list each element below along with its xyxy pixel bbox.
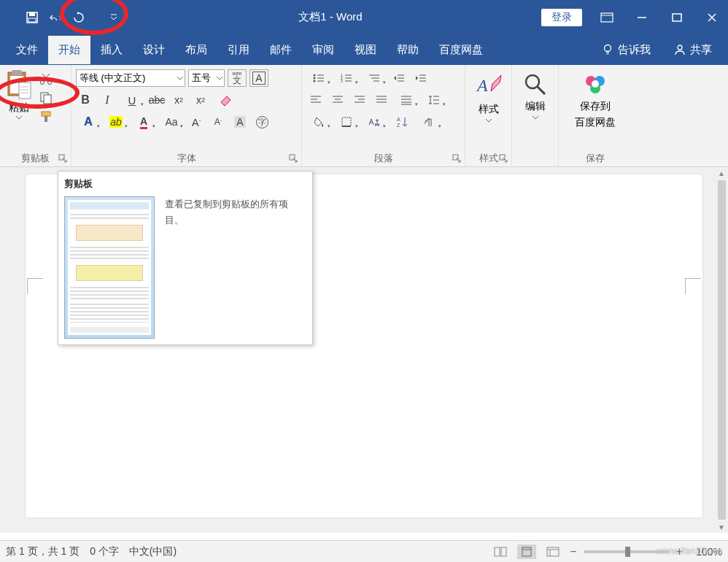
status-wordcount[interactable]: 0 个字 [90, 545, 119, 558]
phonetic-guide-button[interactable]: wén 文 [228, 69, 247, 87]
read-mode-icon[interactable] [491, 544, 510, 559]
distribute-button[interactable]: ▾ [394, 91, 419, 109]
italic-button[interactable]: I [98, 91, 117, 109]
svg-line-23 [43, 74, 50, 81]
clear-format-button[interactable] [213, 91, 238, 109]
align-right-button[interactable] [350, 91, 369, 109]
multilevel-list-button[interactable]: ▾ [362, 69, 387, 87]
tab-design[interactable]: 设计 [133, 36, 175, 64]
chevron-down-icon [486, 119, 492, 123]
qat-customize-icon[interactable] [108, 12, 120, 23]
baidu-cloud-icon [582, 72, 608, 97]
font-size-combo[interactable]: 五号 [188, 69, 225, 87]
zoom-out-button[interactable]: − [570, 545, 576, 558]
char-shading-button[interactable]: A [231, 113, 249, 131]
margin-corner-tr [685, 278, 701, 294]
font-name-combo[interactable]: 等线 (中文正文) [76, 69, 185, 87]
grow-font-button[interactable]: Aˆ [187, 113, 206, 131]
tab-layout[interactable]: 布局 [175, 36, 217, 64]
shading-button[interactable]: ▾ [306, 113, 331, 131]
asian-layout-button[interactable]: ▾ [362, 113, 387, 131]
clipboard-dialog-launcher[interactable] [58, 154, 68, 163]
save-icon[interactable] [26, 12, 38, 23]
minimize-icon[interactable] [632, 7, 652, 28]
subscript-button[interactable]: x2 [169, 91, 188, 109]
svg-line-79 [538, 87, 545, 94]
enclose-char-button[interactable]: 字 [252, 113, 271, 131]
char-border-button[interactable]: A [249, 69, 268, 87]
doc-name: 文档1 [298, 10, 326, 23]
styles-button[interactable]: A 样式 [472, 68, 506, 127]
copy-icon[interactable] [39, 91, 53, 104]
styles-dialog-launcher[interactable] [499, 154, 508, 163]
edit-button[interactable]: 编辑 [520, 68, 551, 124]
tab-view[interactable]: 视图 [344, 36, 387, 64]
align-left-button[interactable] [306, 91, 325, 109]
chevron-down-icon [217, 73, 222, 83]
status-page[interactable]: 第 1 页，共 1 页 [6, 545, 80, 558]
baidu-save-button[interactable]: 保存到 百度网盘 [572, 68, 619, 134]
paragraph-dialog-launcher[interactable] [452, 154, 462, 163]
paste-button[interactable]: 粘贴 [4, 68, 34, 121]
login-button[interactable]: 登录 [541, 9, 582, 26]
tab-mail[interactable]: 邮件 [260, 36, 302, 64]
font-color-button[interactable]: A▾ [131, 113, 156, 131]
zoom-in-button[interactable]: + [676, 545, 683, 558]
close-icon[interactable] [702, 7, 722, 28]
group-edit: 编辑 [512, 65, 559, 166]
eraser-icon [218, 93, 233, 107]
bold-button[interactable]: B [76, 91, 95, 109]
tab-insert[interactable]: 插入 [90, 36, 133, 64]
tell-me-button[interactable]: 告诉我 [592, 36, 661, 64]
tab-references[interactable]: 引用 [217, 36, 260, 64]
zoom-level[interactable]: 100% [690, 546, 722, 558]
zoom-slider[interactable] [584, 550, 669, 553]
redo-icon[interactable] [73, 12, 85, 23]
paint-bucket-icon [313, 116, 325, 128]
bullets-button[interactable]: ▾ [306, 69, 331, 87]
tab-review[interactable]: 审阅 [302, 36, 344, 64]
svg-text:Z: Z [397, 123, 400, 128]
align-center-button[interactable] [328, 91, 347, 109]
print-layout-icon[interactable] [517, 544, 536, 559]
tab-file[interactable]: 文件 [6, 36, 48, 64]
decrease-indent-button[interactable] [390, 69, 408, 87]
superscript-button[interactable]: x2 [191, 91, 210, 109]
scroll-down-icon[interactable]: ▼ [718, 521, 725, 533]
group-paragraph-title: 段落 [306, 150, 460, 166]
zoom-slider-handle[interactable] [625, 547, 630, 557]
font-dialog-launcher[interactable] [289, 154, 298, 163]
share-button[interactable]: 共享 [664, 36, 722, 64]
svg-point-10 [605, 45, 611, 52]
underline-button[interactable]: U▾ [120, 91, 144, 109]
justify-button[interactable] [372, 91, 391, 109]
undo-icon[interactable] [50, 12, 61, 23]
borders-button[interactable]: ▾ [334, 113, 359, 131]
scrollbar-thumb[interactable] [718, 180, 726, 520]
highlight-button[interactable]: ab▾ [104, 113, 128, 131]
strikethrough-button[interactable]: abc [147, 91, 166, 109]
scroll-up-icon[interactable]: ▲ [718, 167, 725, 179]
change-case-button[interactable]: Aa▾ [159, 113, 184, 131]
vertical-scrollbar[interactable]: ▲ ▼ [715, 167, 728, 533]
shrink-font-button[interactable]: Aˇ [209, 113, 228, 131]
status-language[interactable]: 中文(中国) [129, 545, 177, 558]
font-name-value: 等线 (中文正文) [80, 72, 145, 85]
tab-help[interactable]: 帮助 [387, 36, 429, 64]
line-spacing-button[interactable]: ▾ [422, 91, 446, 109]
text-effects-button[interactable]: A▾ [76, 113, 101, 131]
ribbon-display-icon[interactable] [597, 7, 617, 28]
cut-icon[interactable] [39, 72, 53, 85]
format-painter-icon[interactable] [39, 110, 53, 123]
web-layout-icon[interactable] [543, 544, 562, 559]
show-marks-button[interactable]: ▾ [417, 113, 442, 131]
svg-text:A: A [397, 117, 400, 122]
increase-indent-button[interactable] [411, 69, 430, 87]
sort-button[interactable]: AZ [390, 113, 414, 131]
tab-baidu[interactable]: 百度网盘 [429, 36, 493, 64]
person-icon [674, 44, 686, 55]
numbering-button[interactable]: 123▾ [334, 69, 359, 87]
styles-icon: A [475, 72, 503, 100]
tab-home[interactable]: 开始 [48, 36, 90, 64]
maximize-icon[interactable] [667, 7, 687, 28]
